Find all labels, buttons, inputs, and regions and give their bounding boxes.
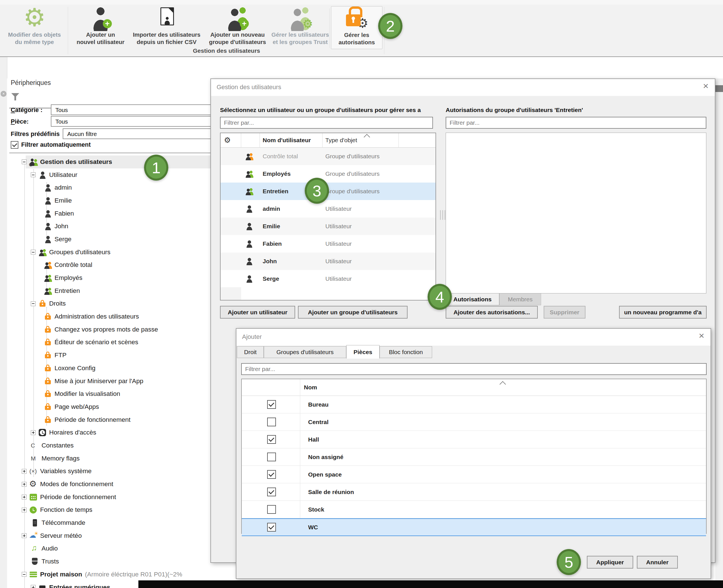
delete-button[interactable]: Supprimer <box>544 306 585 318</box>
room-row[interactable]: Central <box>242 413 706 431</box>
room-row[interactable]: Hall <box>242 431 706 448</box>
tree-expander[interactable] <box>31 301 36 306</box>
users-filter-input[interactable] <box>220 117 433 129</box>
tree-item[interactable]: Période de fonctionnement <box>7 491 210 504</box>
new-program-button[interactable]: un nouveau programme d'a <box>619 306 707 318</box>
tree-item[interactable]: admin <box>7 181 210 194</box>
tree-item[interactable]: Gestion des utilisateurs <box>7 155 210 168</box>
tree-item[interactable]: Fonction de temps <box>7 504 210 517</box>
tab-autorisations[interactable]: Autorisations <box>446 293 499 305</box>
room-checkbox[interactable] <box>267 470 276 479</box>
room-row[interactable]: Bureau <box>242 396 706 413</box>
user-row[interactable]: Serge Utilisateur <box>221 270 436 288</box>
tree-expander[interactable] <box>31 585 36 588</box>
tree-expander[interactable] <box>22 469 26 474</box>
tree-item[interactable]: Loxone Config <box>7 362 210 375</box>
add-permissions-button[interactable]: Ajouter des autorisations... <box>446 306 538 318</box>
nom-column-header[interactable]: Nom <box>242 384 317 391</box>
user-row[interactable]: Employés Groupe d'utilisateurs <box>221 165 436 183</box>
tree-expander[interactable] <box>22 160 26 164</box>
room-checkbox[interactable] <box>267 523 276 531</box>
add-user-button[interactable]: Ajouter un utilisateur <box>220 306 295 318</box>
room-checkbox[interactable] <box>267 435 276 444</box>
room-row[interactable]: Non assigné <box>242 448 706 466</box>
preset-filter-select[interactable]: Aucun filtre <box>63 128 210 139</box>
room-row[interactable]: WC <box>242 518 706 536</box>
toolbar-button-add-group[interactable]: Ajouter un nouveau groupe d'utilisateurs <box>203 6 272 48</box>
tree-expander[interactable] <box>31 430 36 435</box>
tree-item[interactable]: Mise à jour Miniserver par l'App <box>7 375 210 388</box>
room-select[interactable]: Tous <box>51 116 210 127</box>
name-column-header[interactable]: Nom d'utilisateur <box>260 133 323 147</box>
type-column-header[interactable]: Type d'objet <box>323 133 399 147</box>
cancel-button[interactable]: Annuler <box>637 556 678 569</box>
add-user-group-button[interactable]: Ajouter un groupe d'utilisateurs <box>298 306 407 318</box>
tree-item[interactable]: Audio <box>7 542 210 555</box>
tree-item[interactable]: Modes de fonctionnement <box>7 478 210 491</box>
tree-expander[interactable] <box>31 172 36 177</box>
tree-expander[interactable] <box>22 572 26 577</box>
user-row[interactable]: Contrôle total Groupe d'utilisateurs <box>221 148 436 165</box>
tree-item[interactable]: Télécommande <box>7 516 210 529</box>
tree-item[interactable]: Serge <box>7 233 210 246</box>
room-row[interactable]: Open space <box>242 466 706 483</box>
toolbar-button-manage-permissions[interactable]: Gérer les autorisations <box>331 6 382 49</box>
tree-item[interactable]: Droits <box>7 297 210 310</box>
tree-item[interactable]: C Constantes <box>7 439 210 452</box>
tree-item[interactable]: Modifier la visualisation <box>7 387 210 400</box>
room-row[interactable]: Salle de réunion <box>242 483 706 501</box>
tab-membres[interactable]: Membres <box>499 293 541 305</box>
room-checkbox[interactable] <box>267 418 276 426</box>
close-icon[interactable]: × <box>700 80 711 91</box>
room-checkbox[interactable] <box>267 487 276 496</box>
tree-item[interactable]: Entretien <box>7 285 210 297</box>
user-row[interactable]: Fabien Utilisateur <box>221 235 436 253</box>
tree-expander[interactable] <box>22 495 26 499</box>
tree-item[interactable]: Éditeur de scénario et scènes <box>7 336 210 349</box>
tree-item[interactable]: Projet maison (Armoire éléctrique R01 P0… <box>7 568 210 581</box>
tab-bloc-fonction[interactable]: Bloc fonction <box>380 346 432 358</box>
apply-button[interactable]: Appliquer <box>587 556 633 569</box>
tree-expander[interactable] <box>22 533 26 538</box>
room-row[interactable]: Stock <box>242 501 706 518</box>
tree-item[interactable]: John <box>7 220 210 233</box>
permissions-list[interactable] <box>446 133 706 293</box>
toolbar-button-import-csv[interactable]: Importer des utilisateurs depuis un fich… <box>130 6 203 48</box>
tab-droit[interactable]: Droit <box>237 346 264 358</box>
collapse-panel-icon[interactable]: × <box>1 91 6 97</box>
room-checkbox[interactable] <box>267 453 276 461</box>
tab-pieces[interactable]: Pièces <box>346 345 380 359</box>
tree-item[interactable]: Serveur météo <box>7 529 210 542</box>
tree-expander[interactable] <box>22 508 26 512</box>
tree-item[interactable]: Utilisateur <box>7 168 210 182</box>
toolbar-button-manage-trust[interactable]: Gérer les utilisateurs et les groupes Tr… <box>272 6 328 48</box>
category-select[interactable]: Tous <box>51 104 210 115</box>
user-row[interactable]: John Utilisateur <box>221 253 436 270</box>
user-row[interactable]: admin Utilisateur <box>221 200 436 217</box>
settings-icon[interactable] <box>221 133 241 147</box>
tree-expander[interactable] <box>22 482 26 487</box>
auto-filter-checkbox[interactable] <box>11 141 18 149</box>
tree-item[interactable]: Période de fonctionnement <box>7 413 210 426</box>
room-checkbox[interactable] <box>267 400 276 409</box>
tree-item[interactable]: FTP <box>7 349 210 362</box>
tree-item[interactable]: Page web/Apps <box>7 400 210 413</box>
tree-item[interactable]: Groupes d'utilisateurs <box>7 246 210 259</box>
tree-item[interactable]: Administration des utilisateurs <box>7 310 210 323</box>
room-checkbox[interactable] <box>267 505 276 514</box>
tree-item[interactable]: Horaires d'accès <box>7 426 210 439</box>
rooms-filter-input[interactable] <box>241 363 707 375</box>
tree-expander[interactable] <box>31 250 36 254</box>
tree-item[interactable]: Employés <box>7 271 210 285</box>
toolbar-button-modify-same-type[interactable]: Modifier des objets du même type <box>2 6 67 48</box>
tree-item[interactable]: Contrôle total <box>7 259 210 272</box>
tree-item[interactable]: Trusts <box>7 555 210 568</box>
tab-groupes-utilisateurs[interactable]: Groupes d'utilisateurs <box>264 346 346 358</box>
tree-item[interactable]: Fabien <box>7 207 210 220</box>
close-icon[interactable]: × <box>696 330 707 341</box>
user-row[interactable]: Emilie Utilisateur <box>221 217 436 235</box>
tree-item[interactable]: (×) Variables système <box>7 465 210 478</box>
tree-item[interactable]: Changez vos propres mots de passe <box>7 323 210 336</box>
filter-funnel-icon[interactable] <box>11 92 20 102</box>
tree-item[interactable]: Emilie <box>7 194 210 207</box>
